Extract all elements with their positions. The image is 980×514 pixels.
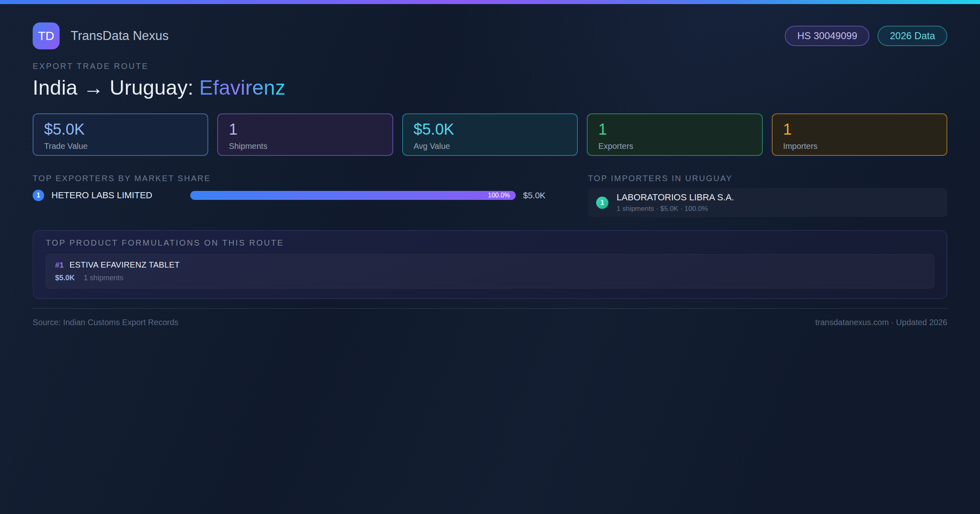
- exporters-section: TOP EXPORTERS BY MARKET SHARE 1 HETERO L…: [33, 174, 571, 217]
- products-panel: TOP PRODUCT FORMULATIONS ON THIS ROUTE #…: [33, 230, 947, 299]
- mid-columns: TOP EXPORTERS BY MARKET SHARE 1 HETERO L…: [33, 174, 947, 217]
- stat-label: Trade Value: [44, 142, 197, 151]
- footer-site: transdatanexus.com · Updated 2026: [815, 318, 947, 327]
- importer-info: LABORATORIOS LIBRA S.A. 1 shipments · $5…: [617, 192, 734, 213]
- exporter-rank-badge: 1: [33, 190, 44, 201]
- stat-card-trade-value: $5.0K Trade Value: [33, 113, 208, 156]
- footer-source: Source: Indian Customs Export Records: [33, 318, 178, 327]
- data-year-badge[interactable]: 2026 Data: [878, 26, 947, 46]
- importers-section: TOP IMPORTERS IN URUGUAY 1 LABORATORIOS …: [588, 174, 947, 217]
- app-title: TransData Nexus: [71, 29, 169, 43]
- stat-value: $5.0K: [414, 121, 566, 138]
- exporter-row[interactable]: 1 HETERO LABS LIMITED 100.0% $5.0K: [33, 190, 571, 201]
- stat-card-exporters: 1 Exporters: [587, 113, 762, 156]
- page-title-route: India → Uruguay:: [33, 76, 199, 99]
- stat-label: Exporters: [598, 142, 751, 151]
- stat-label: Importers: [783, 142, 936, 151]
- header-brand-group: TD TransData Nexus: [33, 22, 169, 49]
- footer: Source: Indian Customs Export Records tr…: [33, 308, 947, 327]
- stat-label: Shipments: [229, 142, 381, 151]
- stat-value: 1: [598, 121, 751, 138]
- importer-rank-badge: 1: [596, 197, 608, 209]
- exporters-heading: TOP EXPORTERS BY MARKET SHARE: [33, 174, 571, 183]
- product-row[interactable]: #1 ESTIVA EFAVIRENZ TABLET $5.0K 1 shipm…: [46, 254, 934, 288]
- market-share-bar: 100.0%: [190, 191, 516, 200]
- stat-value: 1: [783, 121, 936, 138]
- importer-row[interactable]: 1 LABORATORIOS LIBRA S.A. 1 shipments · …: [588, 188, 947, 217]
- exporter-name: HETERO LABS LIMITED: [51, 190, 190, 201]
- importer-meta: 1 shipments · $5.0K · 100.0%: [617, 205, 734, 213]
- market-share-bar-track: 100.0%: [190, 191, 516, 200]
- header: TD TransData Nexus HS 30049099 2026 Data: [33, 22, 947, 49]
- page-eyebrow: EXPORT TRADE ROUTE: [33, 62, 947, 71]
- page-title-product: Efavirenz: [199, 76, 285, 99]
- product-name: ESTIVA EFAVIRENZ TABLET: [69, 260, 180, 270]
- hs-code-badge[interactable]: HS 30049099: [785, 26, 869, 46]
- product-shipments: 1 shipments: [84, 274, 123, 282]
- stat-label: Avg Value: [414, 142, 566, 151]
- stat-value: $5.0K: [44, 121, 197, 138]
- product-rank: #1: [55, 261, 64, 270]
- products-heading: TOP PRODUCT FORMULATIONS ON THIS ROUTE: [46, 238, 934, 248]
- stat-value: 1: [229, 121, 381, 138]
- app-logo: TD: [33, 22, 60, 49]
- product-row-stats: $5.0K 1 shipments: [55, 274, 925, 282]
- stat-card-shipments: 1 Shipments: [217, 113, 393, 156]
- stat-card-avg-value: $5.0K Avg Value: [402, 113, 578, 156]
- product-value: $5.0K: [55, 274, 75, 282]
- exporter-value: $5.0K: [523, 191, 546, 200]
- page-container: TD TransData Nexus HS 30049099 2026 Data…: [0, 4, 980, 327]
- product-row-header: #1 ESTIVA EFAVIRENZ TABLET: [55, 260, 925, 270]
- header-badges: HS 30049099 2026 Data: [785, 26, 947, 46]
- market-share-percent: 100.0%: [488, 192, 510, 199]
- importers-heading: TOP IMPORTERS IN URUGUAY: [588, 174, 947, 183]
- stat-cards-row: $5.0K Trade Value 1 Shipments $5.0K Avg …: [33, 113, 947, 156]
- stat-card-importers: 1 Importers: [772, 113, 947, 156]
- page-title: India → Uruguay: Efavirenz: [33, 76, 947, 100]
- importer-name: LABORATORIOS LIBRA S.A.: [617, 192, 734, 203]
- top-accent-bar: [0, 0, 980, 4]
- app-logo-monogram: TD: [38, 29, 54, 43]
